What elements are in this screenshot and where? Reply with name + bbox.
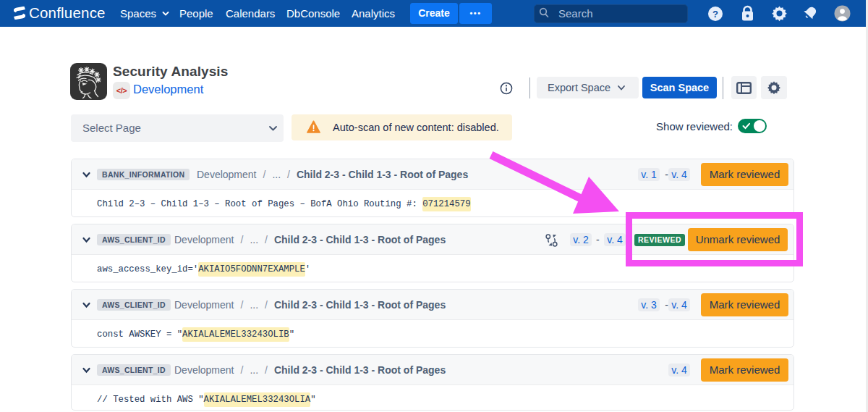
svg-text:?: ?	[712, 9, 718, 20]
